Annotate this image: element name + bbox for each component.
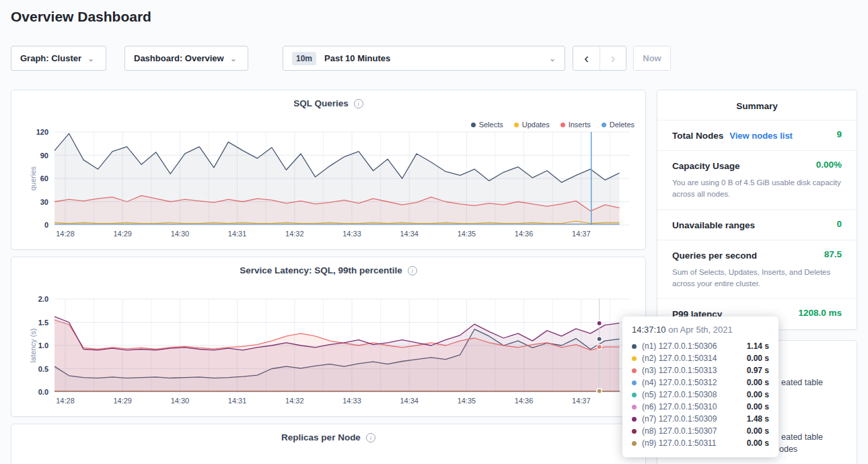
svg-text:2.0: 2.0 xyxy=(38,295,48,303)
tooltip-row: (n8) 127.0.0.1:503070.00 s xyxy=(632,425,769,437)
tooltip-node-value: 0.00 s xyxy=(747,402,769,411)
tooltip-date: on Apr 5th, 2021 xyxy=(668,325,732,335)
tooltip-row: (n7) 127.0.0.1:503091.48 s xyxy=(632,413,769,425)
svg-text:14:30: 14:30 xyxy=(171,230,190,238)
svg-text:14:31: 14:31 xyxy=(228,397,247,405)
svg-text:1.0: 1.0 xyxy=(38,341,48,350)
tooltip-row: (n1) 127.0.0.1:503061.14 s xyxy=(632,340,769,352)
node-color-dot-icon xyxy=(632,368,637,373)
now-button[interactable]: Now xyxy=(633,46,671,71)
tooltip-row: (n4) 127.0.0.1:503120.00 s xyxy=(632,376,769,389)
chevron-right-icon: › xyxy=(611,51,616,65)
summary-row-value: 87.5 xyxy=(824,249,842,259)
svg-text:14:28: 14:28 xyxy=(56,397,75,405)
svg-text:14:31: 14:31 xyxy=(228,230,247,238)
svg-text:14:29: 14:29 xyxy=(113,397,132,405)
chart-hover-tooltip: 14:37:10 on Apr 5th, 2021 (n1) 127.0.0.1… xyxy=(622,317,779,457)
chart-title: Replicas per Node i xyxy=(11,432,645,442)
svg-text:14:32: 14:32 xyxy=(285,230,304,238)
summary-row-value: 9 xyxy=(836,129,842,139)
summary-row-queries-per-second: Queries per second 87.5 Sum of Selects, … xyxy=(657,240,857,299)
tooltip-node-value: 1.14 s xyxy=(747,341,769,351)
tooltip-row: (n5) 127.0.0.1:503080.00 s xyxy=(632,389,769,401)
svg-text:14:34: 14:34 xyxy=(400,230,419,238)
svg-text:queries: queries xyxy=(29,166,37,191)
summary-row-label: Total Nodes xyxy=(672,131,723,141)
tooltip-node-label: (n2) 127.0.0.1:50314 xyxy=(642,354,747,363)
node-color-dot-icon xyxy=(632,356,637,361)
summary-row-label: Unavailable ranges xyxy=(672,220,755,230)
summary-row-value: 0 xyxy=(836,219,842,229)
graph-dropdown[interactable]: Graph: Cluster ⌄ xyxy=(11,46,106,71)
summary-panel: Summary Total NodesView nodes list 9 Cap… xyxy=(657,90,857,330)
time-range-badge: 10m xyxy=(292,52,316,65)
tooltip-row: (n2) 127.0.0.1:503140.00 s xyxy=(632,352,769,364)
svg-text:0.0: 0.0 xyxy=(38,388,48,396)
svg-text:14:28: 14:28 xyxy=(56,230,75,238)
svg-text:14:37: 14:37 xyxy=(572,397,591,405)
node-color-dot-icon xyxy=(632,417,637,422)
svg-text:14:32: 14:32 xyxy=(285,397,304,405)
tooltip-node-label: (n5) 127.0.0.1:50308 xyxy=(642,390,747,399)
summary-row-label: Queries per second xyxy=(672,251,757,261)
tooltip-header: 14:37:10 on Apr 5th, 2021 xyxy=(632,325,769,335)
event-text-fragment: eated table xyxy=(781,432,823,442)
node-color-dot-icon xyxy=(632,405,637,409)
chart-title-text: Replicas per Node xyxy=(281,432,361,442)
svg-text:latency (s): latency (s) xyxy=(29,329,37,363)
tooltip-node-label: (n3) 127.0.0.1:50313 xyxy=(642,366,747,375)
chevron-down-icon: ⌄ xyxy=(230,54,237,63)
info-icon[interactable]: i xyxy=(366,433,375,442)
svg-text:90: 90 xyxy=(40,152,48,160)
tooltip-node-value: 0.97 s xyxy=(747,366,769,375)
tooltip-node-label: (n7) 127.0.0.1:50309 xyxy=(642,414,747,424)
time-step-buttons: ‹ › xyxy=(573,46,626,71)
tooltip-node-value: 0.00 s xyxy=(747,354,769,363)
svg-text:14:29: 14:29 xyxy=(113,230,132,238)
svg-text:14:36: 14:36 xyxy=(515,397,534,405)
tooltip-node-label: (n6) 127.0.0.1:50310 xyxy=(642,402,747,411)
tooltip-node-label: (n1) 127.0.0.1:50306 xyxy=(642,341,747,351)
replicas-per-node-panel: Replicas per Node i xyxy=(11,424,646,464)
service-latency-chart[interactable]: 0.00.51.01.52.014:2814:2914:3014:3114:32… xyxy=(11,257,647,418)
summary-row-value: 0.00% xyxy=(816,160,842,170)
dashboard-dropdown[interactable]: Dashboard: Overview ⌄ xyxy=(124,46,248,71)
summary-title: Summary xyxy=(657,90,857,120)
time-range-label: Past 10 Minutes xyxy=(324,53,390,63)
svg-text:14:33: 14:33 xyxy=(342,230,361,238)
service-latency-panel: Service Latency: SQL, 99th percentile i … xyxy=(11,257,646,417)
svg-text:14:35: 14:35 xyxy=(458,397,476,405)
node-color-dot-icon xyxy=(632,393,637,397)
time-range-dropdown[interactable]: 10m Past 10 Minutes ⌄ xyxy=(283,46,565,71)
tooltip-node-label: (n4) 127.0.0.1:50312 xyxy=(642,378,747,387)
svg-text:14:33: 14:33 xyxy=(342,397,361,405)
tooltip-time: 14:37:10 xyxy=(632,325,666,335)
tooltip-node-label: (n8) 127.0.0.1:50307 xyxy=(642,426,747,436)
event-text-fragment: odes xyxy=(779,444,797,454)
sql-queries-chart[interactable]: 030609012014:2814:2914:3014:3114:3214:33… xyxy=(11,90,647,251)
node-color-dot-icon xyxy=(632,344,637,349)
svg-text:0: 0 xyxy=(44,221,48,229)
svg-text:1.5: 1.5 xyxy=(38,319,48,327)
summary-row-subtext: Sum of Selects, Updates, Inserts, and De… xyxy=(672,267,842,290)
sql-queries-panel: SQL Queries i SelectsUpdatesInsertsDelet… xyxy=(11,90,646,250)
tooltip-row: (n3) 127.0.0.1:503130.97 s xyxy=(632,364,769,376)
svg-text:14:30: 14:30 xyxy=(171,397,190,405)
graph-dropdown-label: Graph: Cluster xyxy=(20,53,81,63)
svg-text:120: 120 xyxy=(36,128,48,136)
summary-row-value: 1208.0 ms xyxy=(798,308,842,318)
chevron-down-icon: ⌄ xyxy=(549,54,556,63)
time-prev-button[interactable]: ‹ xyxy=(573,46,600,70)
node-color-dot-icon xyxy=(632,441,637,446)
page-title: Overview Dashboard xyxy=(11,9,151,25)
chevron-left-icon: ‹ xyxy=(584,51,589,65)
view-nodes-list-link[interactable]: View nodes list xyxy=(729,131,793,141)
node-color-dot-icon xyxy=(632,429,637,434)
tooltip-row: (n6) 127.0.0.1:503100.00 s xyxy=(632,401,769,413)
tooltip-node-label: (n9) 127.0.0.1:50311 xyxy=(642,438,747,448)
tooltip-row: (n9) 127.0.0.1:503110.00 s xyxy=(632,437,769,449)
tooltip-node-value: 0.00 s xyxy=(747,438,769,448)
time-next-button[interactable]: › xyxy=(600,46,626,70)
tooltip-node-value: 0.00 s xyxy=(747,426,769,436)
dashboard-dropdown-label: Dashboard: Overview xyxy=(134,53,224,63)
